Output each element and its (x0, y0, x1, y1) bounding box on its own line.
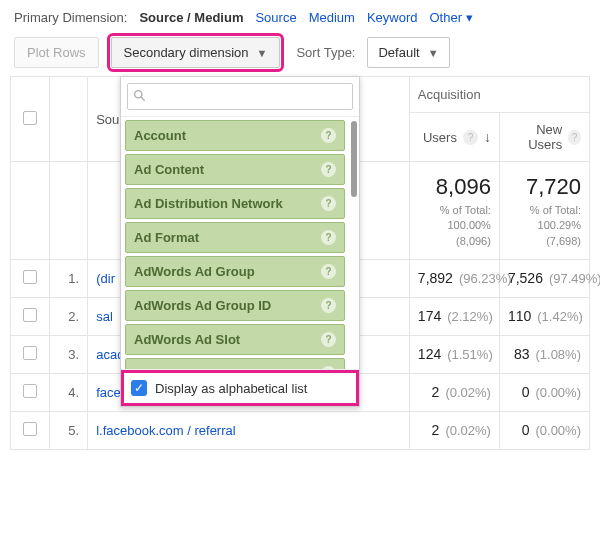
help-icon[interactable]: ? (321, 162, 336, 177)
new-users-value: 0 (522, 422, 530, 438)
row-index: 3. (49, 335, 88, 373)
row-index: 2. (49, 297, 88, 335)
search-icon (133, 89, 146, 105)
row-checkbox[interactable] (23, 422, 37, 436)
popup-footer[interactable]: ✓ Display as alphabetical list (121, 369, 359, 406)
new-users-pct: (97.49%) (549, 271, 600, 286)
totals-users-sub2: 100.00% (8,096) (418, 218, 491, 249)
sort-type-select[interactable]: Default ▼ (367, 37, 449, 68)
popup-list: Account? Ad Content? Ad Distribution Net… (121, 117, 359, 369)
row-index: 1. (49, 259, 88, 297)
popup-search-input[interactable] (127, 83, 353, 110)
row-checkbox[interactable] (23, 346, 37, 360)
new-users-pct: (1.42%) (537, 309, 583, 324)
scrollbar-thumb[interactable] (351, 121, 357, 197)
totals-new-users-value: 7,720 (508, 172, 581, 203)
popup-item[interactable]: Ad Content? (125, 154, 345, 185)
users-pct: (0.02%) (445, 385, 491, 400)
sort-type-label: Sort Type: (296, 45, 355, 60)
row-index: 5. (49, 411, 88, 449)
new-users-value: 0 (522, 384, 530, 400)
popup-item[interactable]: Ad Format? (125, 222, 345, 253)
popup-item[interactable]: AdWords Ad Group ID? (125, 290, 345, 321)
users-value: 2 (432, 384, 440, 400)
new-users-pct: (0.00%) (535, 385, 581, 400)
select-all-checkbox[interactable] (23, 111, 37, 125)
new-users-pct: (1.08%) (535, 347, 581, 362)
popup-item-label: AdWords Ad Slot Position (134, 366, 295, 369)
controls-row: Plot Rows Secondary dimension ▼ Sort Typ… (10, 35, 590, 76)
users-pct: (0.02%) (445, 423, 491, 438)
users-value: 2 (432, 422, 440, 438)
popup-item-label: Account (134, 128, 186, 143)
popup-item[interactable]: AdWords Ad Slot? (125, 324, 345, 355)
new-users-value: 110 (508, 308, 531, 324)
column-header-users-label: Users (423, 130, 457, 145)
source-link[interactable]: l.facebook.com / referral (96, 423, 235, 438)
alphabetical-label: Display as alphabetical list (155, 381, 307, 396)
popup-item-label: Ad Distribution Network (134, 196, 283, 211)
primary-dimension-active[interactable]: Source / Medium (139, 10, 243, 25)
users-value: 174 (418, 308, 441, 324)
secondary-dimension-button[interactable]: Secondary dimension ▼ (111, 37, 281, 68)
secondary-dimension-label: Secondary dimension (124, 45, 249, 60)
popup-item-label: Ad Content (134, 162, 204, 177)
sort-descending-icon: ↓ (484, 129, 491, 145)
popup-item[interactable]: AdWords Ad Slot Position? (125, 358, 345, 369)
popup-item-label: AdWords Ad Group (134, 264, 255, 279)
row-checkbox[interactable] (23, 308, 37, 322)
users-value: 7,892 (418, 270, 453, 286)
help-icon[interactable]: ? (321, 298, 336, 313)
popup-item-label: AdWords Ad Group ID (134, 298, 271, 313)
new-users-value: 83 (514, 346, 530, 362)
new-users-pct: (0.00%) (535, 423, 581, 438)
popup-item-label: Ad Format (134, 230, 199, 245)
column-header-new-users[interactable]: New Users ? (508, 123, 581, 151)
totals-users-sub1: % of Total: (418, 203, 491, 218)
help-icon[interactable]: ? (463, 130, 478, 145)
column-header-users[interactable]: Users ? ↓ (418, 123, 491, 151)
dimension-link-source[interactable]: Source (255, 10, 296, 25)
totals-new-users-sub1: % of Total: (508, 203, 581, 218)
users-pct: (96.23%) (459, 271, 512, 286)
popup-item[interactable]: AdWords Ad Group? (125, 256, 345, 287)
help-icon[interactable]: ? (321, 366, 336, 369)
new-users-value: 7,526 (508, 270, 543, 286)
chevron-down-icon: ▼ (257, 47, 268, 59)
column-group-acquisition: Acquisition (418, 87, 481, 102)
table-row: 5. l.facebook.com / referral 2(0.02%) 0(… (11, 411, 590, 449)
row-checkbox[interactable] (23, 384, 37, 398)
secondary-dimension-popup: Account? Ad Content? Ad Distribution Net… (120, 76, 360, 407)
sort-type-value: Default (378, 45, 419, 60)
help-icon[interactable]: ? (321, 230, 336, 245)
row-checkbox[interactable] (23, 270, 37, 284)
source-link[interactable]: sal (96, 309, 113, 324)
help-icon[interactable]: ? (321, 196, 336, 211)
dimension-link-medium[interactable]: Medium (309, 10, 355, 25)
totals-new-users-sub2: 100.29% (7,698) (508, 218, 581, 249)
popup-search-row (121, 77, 359, 117)
dimension-link-other-label: Other (429, 10, 462, 25)
svg-line-1 (141, 97, 144, 100)
alphabetical-checkbox[interactable]: ✓ (131, 380, 147, 396)
dimension-link-other[interactable]: Other▾ (429, 10, 473, 25)
help-icon[interactable]: ? (321, 128, 336, 143)
popup-item[interactable]: Account? (125, 120, 345, 151)
help-icon[interactable]: ? (321, 264, 336, 279)
primary-dimension-label: Primary Dimension: (14, 10, 127, 25)
help-icon[interactable]: ? (568, 130, 581, 145)
dimension-link-keyword[interactable]: Keyword (367, 10, 418, 25)
users-value: 124 (418, 346, 441, 362)
popup-item-label: AdWords Ad Slot (134, 332, 240, 347)
column-header-new-users-label: New Users (508, 122, 562, 152)
users-pct: (1.51%) (447, 347, 493, 362)
chevron-down-icon: ▼ (428, 47, 439, 59)
row-index: 4. (49, 373, 88, 411)
totals-users-value: 8,096 (418, 172, 491, 203)
users-pct: (2.12%) (447, 309, 493, 324)
plot-rows-button: Plot Rows (14, 37, 99, 68)
primary-dimension-row: Primary Dimension: Source / Medium Sourc… (10, 8, 590, 35)
help-icon[interactable]: ? (321, 332, 336, 347)
source-link[interactable]: (dir (96, 271, 115, 286)
popup-item[interactable]: Ad Distribution Network? (125, 188, 345, 219)
